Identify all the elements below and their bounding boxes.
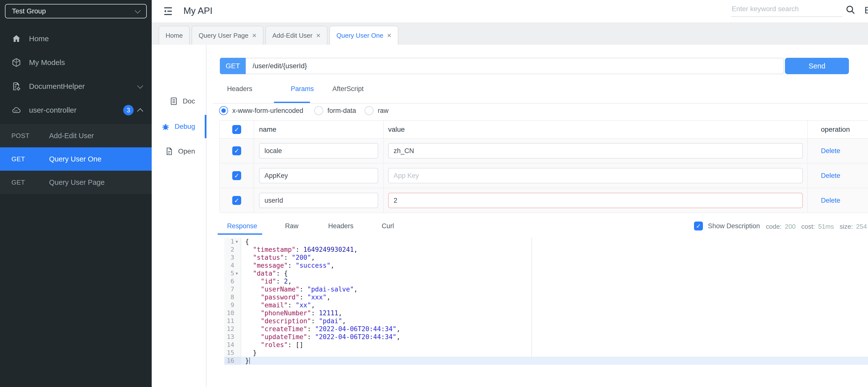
param-name-input[interactable] [259, 193, 378, 208]
submenu-item-query-user-page[interactable]: GET Query User Page [0, 171, 152, 194]
sidebar-item-label: Home [29, 34, 49, 43]
show-description-checkbox[interactable]: ✓ [694, 221, 703, 231]
request-tab-afterscript[interactable]: AfterScript [332, 85, 364, 93]
rail-item-doc[interactable]: Doc [152, 95, 206, 108]
rail-item-debug[interactable]: Debug [152, 120, 206, 133]
search-icon[interactable] [845, 4, 856, 15]
response-tab-headers[interactable]: Headers [328, 222, 353, 230]
code-line[interactable]: 3 "status": "200", [219, 254, 868, 262]
body-type-raw[interactable]: raw [365, 106, 389, 116]
line-number: 2 [224, 246, 236, 254]
submenu-item-query-user-one[interactable]: GET Query User One [0, 147, 152, 171]
code-line[interactable]: 11 "description": "pdai", [219, 317, 868, 325]
app-title: My API [183, 6, 212, 16]
line-number: 8 [224, 293, 236, 301]
endpoint-label: Query User Page [49, 178, 104, 186]
tab-label: Query User One [336, 32, 383, 39]
code-line[interactable]: 13 "updateTime": "2022-04-06T20:44:34", [219, 333, 868, 341]
radio-icon[interactable] [365, 106, 374, 115]
code-text: } [241, 349, 868, 357]
param-value-input-error[interactable] [388, 193, 803, 208]
code-line[interactable]: 9 "email": "xx", [219, 301, 868, 309]
response-tab-response[interactable]: Response [227, 222, 257, 230]
delete-link[interactable]: Delete [821, 172, 840, 180]
response-tab-curl[interactable]: Curl [382, 222, 394, 230]
code-line[interactable]: 6 "id": 2, [219, 277, 868, 285]
param-name-input[interactable] [259, 143, 378, 158]
tab-query-user-one[interactable]: Query User One × [330, 26, 398, 44]
param-value-input[interactable] [388, 168, 803, 183]
row-checkbox[interactable]: ✓ [232, 171, 241, 180]
row-checkbox[interactable]: ✓ [232, 146, 241, 155]
close-icon[interactable]: × [316, 32, 321, 39]
http-method-button[interactable]: GET [220, 58, 246, 74]
request-tab-headers[interactable]: Headers [227, 85, 252, 93]
line-number: 14 [224, 341, 236, 349]
home-icon [11, 33, 22, 44]
header-right-partial-text[interactable]: E [865, 5, 868, 16]
delete-link[interactable]: Delete [821, 147, 840, 155]
radio-icon[interactable] [314, 106, 323, 115]
code-line[interactable]: 5▼ "data": { [219, 269, 868, 277]
sidebar: Test Group Home My Models DocumentHe [0, 0, 152, 387]
code-line[interactable]: 16} [219, 357, 868, 365]
row-checkbox[interactable]: ✓ [232, 196, 241, 205]
close-icon[interactable]: × [387, 32, 391, 39]
rail-item-open[interactable]: Open [152, 145, 206, 158]
param-value-input[interactable] [388, 143, 803, 158]
search-input[interactable] [731, 1, 842, 17]
line-number: 13 [224, 333, 236, 341]
code-line[interactable]: 1▼{ [219, 238, 868, 246]
body-type-urlencoded[interactable]: x-www-form-urlencoded [219, 106, 303, 116]
api-cloud-icon: API [11, 105, 22, 115]
line-gutter: 12 [224, 325, 241, 333]
code-line[interactable]: 4 "message": "success", [219, 262, 868, 269]
delete-link[interactable]: Delete [821, 197, 840, 204]
request-tab-params[interactable]: Params [291, 85, 314, 93]
line-number: 16 [224, 357, 236, 365]
bug-icon [161, 122, 170, 131]
code-line[interactable]: 2 "timestamp": 1649249930241, [219, 246, 868, 254]
line-gutter: 1▼ [224, 238, 241, 246]
response-meta: code: 200 cost: 51ms size: 254 B [766, 223, 868, 231]
group-select-value: Test Group [12, 7, 46, 15]
fold-arrow-icon[interactable]: ▼ [236, 238, 241, 246]
sidebar-item-home[interactable]: Home [0, 27, 152, 51]
code-line[interactable]: 7 "userName": "pdai-salve", [219, 285, 868, 293]
fold-arrow-icon[interactable]: ▼ [236, 269, 241, 277]
tab-label: Add-Edit User [272, 32, 313, 39]
code-text: "message": "success", [241, 262, 868, 269]
radio-selected-icon[interactable] [219, 106, 228, 115]
main-content: Doc Debug Open GET Send Headers Params A… [152, 44, 868, 387]
sidebar-item-document-helper[interactable]: DocumentHelper [0, 75, 152, 98]
submenu-item-add-edit-user[interactable]: POST Add-Edit User [0, 124, 152, 147]
column-header-name: name [259, 125, 276, 133]
close-icon[interactable]: × [252, 32, 256, 39]
body-type-form-data[interactable]: form-data [314, 106, 356, 116]
tab-query-user-page[interactable]: Query User Page × [192, 26, 263, 44]
collapse-sidebar-icon[interactable] [162, 5, 174, 17]
sidebar-item-my-models[interactable]: My Models [0, 51, 152, 75]
tab-home[interactable]: Home [159, 26, 190, 44]
sidebar-item-user-controller[interactable]: API user-controller 3 [0, 98, 152, 122]
response-tab-raw[interactable]: Raw [285, 222, 299, 230]
show-description-toggle[interactable]: ✓ Show Description [694, 221, 760, 231]
group-select[interactable]: Test Group [5, 4, 147, 18]
meta-cost-value: 51ms [818, 223, 834, 231]
code-line[interactable]: 15 } [219, 349, 868, 357]
code-text: { [241, 238, 868, 246]
chevron-down-icon [134, 7, 141, 13]
tab-label: Query User Page [198, 32, 248, 39]
tab-add-edit-user[interactable]: Add-Edit User × [266, 26, 328, 44]
code-line[interactable]: 8 "password": "xxx", [219, 293, 868, 301]
line-number: 1 [224, 238, 236, 246]
param-name-input[interactable] [259, 168, 378, 183]
code-text: "id": 2, [241, 277, 868, 285]
code-line[interactable]: 10 "phoneNumber": 12111, [219, 309, 868, 317]
code-line[interactable]: 14 "roles": [] [219, 341, 868, 349]
send-button[interactable]: Send [785, 58, 849, 74]
select-all-checkbox[interactable]: ✓ [232, 125, 241, 134]
code-line[interactable]: 12 "createTime": "2022-04-06T20:44:34", [219, 325, 868, 333]
code-editor[interactable]: 1▼{2 "timestamp": 1649249930241,3 "statu… [219, 238, 868, 365]
request-url-input[interactable] [246, 58, 784, 74]
